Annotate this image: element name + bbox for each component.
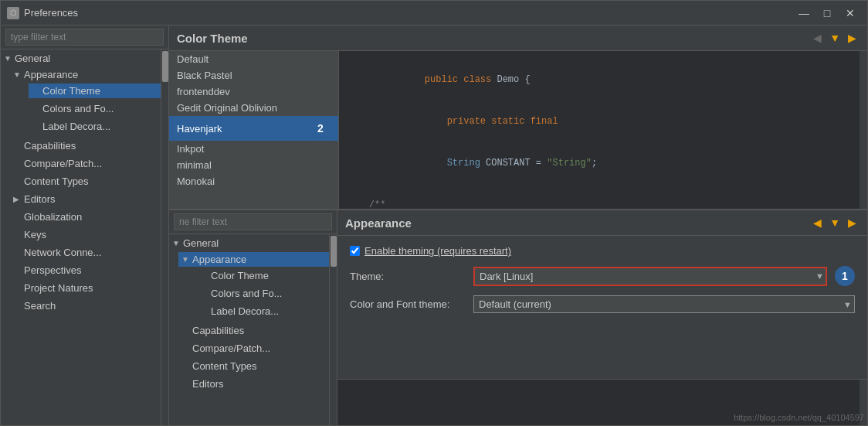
theme-item-monokai[interactable]: Monokai [169,173,338,189]
app-sidebar-label-content-types: Content Types [192,360,326,372]
tree-item-colors-fonts: Colors and Fo... [10,100,161,118]
sidebar-item-color-theme[interactable]: Color Theme [29,83,161,98]
sidebar-label-capabilities: Capabilities [24,140,158,152]
appearance-sidebar-tree: ▼ General ▼ Appearance [169,234,329,425]
theme-item-black-pastel[interactable]: Black Pastel [169,67,338,83]
sidebar-label-search: Search [24,300,158,312]
app-sidebar-label-label-dec: Label Decora... [211,305,326,317]
appearance-preview: https://blog.csdn.net/qq_40104597 [337,379,867,425]
app-sidebar-item-general[interactable]: ▼ General [169,236,329,250]
appearance-main: Appearance ◀ ▼ ▶ Enable theming ( [337,210,867,425]
sidebar-item-editors[interactable]: ▶ Editors [10,192,161,206]
sidebar-item-globalization[interactable]: Globalization [10,210,161,224]
sidebar-label-perspectives: Perspectives [24,264,158,276]
color-theme-panel-title: Color Theme [177,32,248,45]
sidebar-item-project-natures[interactable]: Project Natures [10,281,161,295]
sidebar-label-colors-fonts: Colors and Fo... [42,103,158,114]
sidebar-item-network[interactable]: Network Conne... [10,245,161,260]
badge-1: 1 [835,266,855,286]
badge-2: 2 [310,118,331,138]
sidebar-item-label-dec[interactable]: Label Decora... [29,119,161,134]
sidebar-item-general[interactable]: ▼ General [1,51,161,66]
theme-item-minimal[interactable]: minimal [169,157,338,173]
sidebar-label-keys: Keys [24,229,158,240]
app-sidebar-label-color-theme: Color Theme [211,270,326,281]
app-sidebar-item-label-dec[interactable]: Label Decora... [197,304,329,319]
expand-arrow: ▼ [172,239,181,247]
appearance-nav-forward[interactable]: ▶ [845,215,860,230]
sidebar-search-area [1,26,168,49]
sidebar-item-appearance[interactable]: ▼ Appearance [10,67,161,82]
sidebar-label-label-dec: Label Decora... [42,121,158,132]
code-line-4 [347,184,860,198]
sidebar-item-capabilities[interactable]: Capabilities [10,138,161,153]
theme-select-wrapper: Dark [Linux] ▼ 1 [473,266,855,286]
appearance-sidebar: ▼ General ▼ Appearance [169,210,337,425]
theme-label: Theme: [350,271,473,282]
right-panels: Color Theme ◀ ▼ ▶ Default Black Pastel f… [169,26,867,425]
window-title: Preferences [24,7,793,19]
theme-select[interactable]: Dark [Linux] [473,267,827,286]
tree-item-general: ▼ General ▼ Appearance Color [1,49,161,316]
enable-theming-row: Enable theming (requires restart) [350,245,855,257]
sidebar-item-colors-fonts[interactable]: Colors and Fo... [29,101,161,116]
appearance-nav-back[interactable]: ◀ [810,215,825,230]
window-controls: — □ ✕ [793,4,861,22]
nav-dropdown-button[interactable]: ▼ [826,30,843,46]
app-sidebar-item-colors-fonts[interactable]: Colors and Fo... [197,286,329,301]
code-line-3: String CONSTANT = "String"; [347,142,860,184]
theme-item-frontenddev[interactable]: frontenddev [169,83,338,100]
theme-item-gedit[interactable]: Gedit Original Oblivion [169,100,338,116]
sidebar-label-general: General [15,53,158,64]
app-sidebar-item-color-theme[interactable]: Color Theme [197,268,329,283]
theme-item-havenjark[interactable]: Havenjark 2 [169,116,338,141]
watermark: https://blog.csdn.net/qq_40104597 [734,413,864,422]
tree-item-appearance: ▼ Appearance Color Theme [1,66,161,137]
sidebar-label-editors: Editors [24,193,158,205]
expand-arrow-icon: ▼ [13,70,22,79]
color-font-theme-select[interactable]: Default (current) [473,295,855,313]
close-button[interactable]: ✕ [839,4,861,22]
sidebar-item-search[interactable]: Search [10,298,161,313]
minimize-button[interactable]: — [793,4,815,22]
color-font-theme-label: Color and Font theme: [350,298,473,310]
appearance-nav-dropdown[interactable]: ▼ [826,215,843,230]
tree-item-color-theme: Color Theme [10,82,161,100]
appearance-panel-header: Appearance ◀ ▼ ▶ [337,210,867,236]
app-sidebar-item-appearance[interactable]: ▼ Appearance [178,252,329,267]
sidebar-item-content-types[interactable]: Content Types [10,174,161,189]
sidebar-label-network: Network Conne... [24,247,158,258]
sidebar-search-input[interactable] [5,29,164,46]
enable-theming-label[interactable]: Enable theming (requires restart) [364,245,511,257]
sidebar-label-globalization: Globalization [24,211,158,223]
appearance-scrollbar[interactable] [329,234,337,425]
theme-item-default[interactable]: Default [169,51,338,67]
sidebar-label-compare-patch: Compare/Patch... [24,158,158,169]
enable-theming-checkbox[interactable] [350,246,360,256]
appearance-sidebar-search-input[interactable] [174,213,332,230]
app-sidebar-item-compare[interactable]: Compare/Patch... [178,341,329,356]
theme-item-inkpot[interactable]: Inkpot [169,141,338,157]
main-content: ▼ General ▼ Appearance Color [1,26,867,425]
sidebar-scrollbar[interactable] [161,49,168,425]
nav-back-button[interactable]: ◀ [810,30,825,46]
appearance-panel: ▼ General ▼ Appearance [169,209,867,425]
sidebar-label-project-natures: Project Natures [24,282,158,294]
app-sidebar-label-capabilities: Capabilities [192,325,326,336]
app-sidebar-label-general: General [183,237,326,249]
titlebar: ⬡ Preferences — □ ✕ [1,1,867,26]
app-sidebar-item-capabilities[interactable]: Capabilities [178,323,329,338]
app-sidebar-label-editors: Editors [192,378,326,390]
app-tree-general: ▼ General ▼ Appearance [169,234,329,394]
nav-forward-button[interactable]: ▶ [845,30,860,46]
expand-arrow: ▼ [181,255,191,264]
tree-item-label-dec: Label Decora... [10,118,161,135]
maximize-button[interactable]: □ [816,4,838,22]
sidebar-item-compare-patch[interactable]: Compare/Patch... [10,156,161,171]
app-sidebar-item-editors[interactable]: Editors [178,377,329,391]
sidebar-item-keys[interactable]: Keys [10,227,161,242]
preferences-window: ⬡ Preferences — □ ✕ ▼ General [0,0,868,426]
app-sidebar-item-content-types[interactable]: Content Types [178,359,329,373]
expand-arrow-icon: ▶ [13,195,22,203]
sidebar-item-perspectives[interactable]: Perspectives [10,263,161,278]
